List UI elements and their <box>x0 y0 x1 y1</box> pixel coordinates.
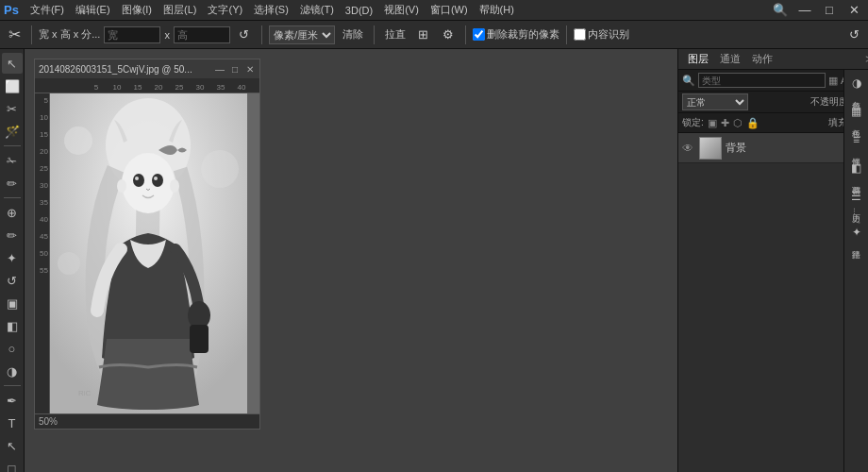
lock-position-icon[interactable]: ✚ <box>721 117 729 129</box>
remove-cropped-wrap: 删除裁剪的像素 <box>473 27 559 42</box>
maximize-icon[interactable]: □ <box>819 0 840 21</box>
ruler-h-ticks: 5 10 15 20 25 30 35 40 <box>50 83 252 92</box>
doc-maximize-button[interactable]: □ <box>229 63 241 75</box>
filter-pixel-icon[interactable]: ▦ <box>828 75 838 87</box>
canvas-area: 20140826003151_5CwjV.jpg @ 50... — □ ✕ 5… <box>25 49 677 472</box>
tab-channels[interactable]: 通道 <box>714 50 746 68</box>
blend-mode-select[interactable]: 正常 <box>682 93 748 110</box>
right-section: 图层 通道 动作 ≫ — 🔍 ▦ A T □ ⬜ ● <box>677 49 868 472</box>
menu-edit[interactable]: 编辑(E) <box>70 1 116 19</box>
menu-filter[interactable]: 滤镜(T) <box>294 1 340 19</box>
layers-tabs: 图层 通道 动作 ≫ — <box>678 49 868 70</box>
properties-panel-toggle[interactable]: ≡ 属性 <box>847 130 866 151</box>
height-input[interactable] <box>174 26 230 43</box>
menu-select[interactable]: 选择(S) <box>248 1 294 19</box>
properties-icon: ≡ <box>847 130 866 149</box>
tool-brush[interactable]: ✏ <box>2 225 23 245</box>
tool-move[interactable]: ↖ <box>2 53 23 74</box>
menu-layer[interactable]: 图层(L) <box>158 1 202 19</box>
menu-text[interactable]: 文字(Y) <box>202 1 248 19</box>
document-window: 20140826003151_5CwjV.jpg @ 50... — □ ✕ 5… <box>34 59 260 430</box>
settings-icon[interactable]: ⚙ <box>438 25 459 45</box>
adjustments-panel-toggle[interactable]: ◧ 调整 <box>847 159 866 179</box>
clear-button[interactable]: 清除 <box>339 25 367 43</box>
svg-point-4 <box>133 174 144 187</box>
filter-type-icon[interactable]: 🔍 <box>682 75 695 87</box>
tool-magic-wand[interactable]: 🪄 <box>2 121 23 142</box>
tool-gradient[interactable]: ◧ <box>2 315 23 336</box>
paths-panel-toggle[interactable]: ✦ 路径 <box>847 223 866 244</box>
unit-select[interactable]: 像素/厘米 <box>269 25 335 44</box>
swatches-panel-toggle[interactable]: ▦ 色板 <box>847 102 866 123</box>
image-canvas: RiC <box>50 93 259 413</box>
remove-cropped-checkbox[interactable] <box>473 28 485 41</box>
swatches-icon: ▦ <box>847 102 866 121</box>
svg-point-12 <box>64 126 92 155</box>
ps-logo: Ps <box>4 3 19 17</box>
width-input[interactable] <box>104 26 160 43</box>
lock-artboard-icon[interactable]: ⬡ <box>733 117 743 129</box>
tool-blur[interactable]: ○ <box>2 338 23 359</box>
remove-cropped-label: 删除裁剪的像素 <box>487 27 559 42</box>
content-area: ↖ ⬜ ✂ 🪄 ✁ ✏ ⊕ ✏ ✦ ↺ ▣ ◧ ○ ◑ ✒ T ↖ □ ✋ 🔍 <box>0 49 868 472</box>
reset-icon[interactable]: ↺ <box>843 25 864 45</box>
menu-image[interactable]: 图像(I) <box>116 1 158 19</box>
color-panel-toggle[interactable]: ◑ 颜色 <box>847 74 866 94</box>
tool-select-rect[interactable]: ⬜ <box>2 76 23 96</box>
lock-pixels-icon[interactable]: ▣ <box>708 117 717 129</box>
ruler-v-tick: 30 <box>40 182 48 190</box>
ruler-h-tick: 15 <box>127 83 148 92</box>
minimize-icon[interactable]: — <box>794 0 815 21</box>
content-aware-checkbox[interactable] <box>574 28 586 41</box>
ruler-v-tick: 40 <box>40 216 48 224</box>
flatten-button[interactable]: 拉直 <box>381 25 409 43</box>
ruler-h-tick: 40 <box>231 83 252 92</box>
ruler-v-tick: 50 <box>40 250 48 258</box>
menu-file[interactable]: 文件(F) <box>25 1 70 19</box>
ruler-h-tick: 35 <box>210 83 231 92</box>
tool-heal[interactable]: ⊕ <box>2 202 23 223</box>
ruler-h-tick: 25 <box>169 83 190 92</box>
tool-separator-1 <box>4 145 21 146</box>
ruler-h-tick: 20 <box>148 83 169 92</box>
tool-pen[interactable]: ✒ <box>2 390 23 411</box>
close-icon[interactable]: ✕ <box>843 0 864 21</box>
tool-eraser[interactable]: ▣ <box>2 293 23 313</box>
layer-item-background[interactable]: 👁 背景 🔒 <box>678 133 868 163</box>
paths-icon: ✦ <box>847 223 866 242</box>
tab-actions[interactable]: 动作 <box>746 50 778 68</box>
svg-point-6 <box>135 177 139 180</box>
menu-window[interactable]: 窗口(W) <box>425 1 474 19</box>
menu-3d[interactable]: 3D(D) <box>340 3 378 18</box>
tool-type[interactable]: T <box>2 413 23 433</box>
menu-help[interactable]: 帮助(H) <box>474 1 520 19</box>
tool-crop[interactable]: ✁ <box>2 150 23 171</box>
layer-visibility-icon[interactable]: 👁 <box>682 142 695 155</box>
grid-icon[interactable]: ⊞ <box>413 25 434 45</box>
tool-clone[interactable]: ✦ <box>2 247 23 268</box>
tool-history-brush[interactable]: ↺ <box>2 270 23 291</box>
tool-shape[interactable]: □ <box>2 458 23 472</box>
lock-all-icon[interactable]: 🔒 <box>746 117 760 129</box>
ruler-vertical: 5 10 15 20 25 30 35 40 45 50 55 <box>35 93 50 413</box>
ruler-v-tick: 45 <box>40 233 48 241</box>
tab-layers[interactable]: 图层 <box>682 50 714 68</box>
search-icon[interactable]: 🔍 <box>770 0 791 21</box>
menu-view[interactable]: 视图(V) <box>378 1 425 19</box>
color-icon: ◑ <box>847 74 866 93</box>
tool-lasso[interactable]: ✂ <box>2 98 23 119</box>
swap-icon[interactable]: ↺ <box>234 25 255 45</box>
ruler-v-tick: 20 <box>40 148 48 156</box>
doc-close-button[interactable]: ✕ <box>244 63 256 75</box>
doc-minimize-button[interactable]: — <box>214 63 225 75</box>
tool-eyedropper[interactable]: ✏ <box>2 173 23 194</box>
tool-dodge[interactable]: ◑ <box>2 361 23 381</box>
tool-path-select[interactable]: ↖ <box>2 435 23 456</box>
layers-lock-row: 锁定: ▣ ✚ ⬡ 🔒 填充: <box>678 113 868 133</box>
image-svg: RiC <box>50 93 247 413</box>
svg-rect-11 <box>190 325 209 353</box>
svg-point-3 <box>122 153 175 213</box>
ruler-v-tick: 10 <box>40 114 48 122</box>
layer-search-input[interactable] <box>698 73 826 88</box>
history-panel-toggle[interactable]: ☰ 历史... <box>847 187 866 215</box>
